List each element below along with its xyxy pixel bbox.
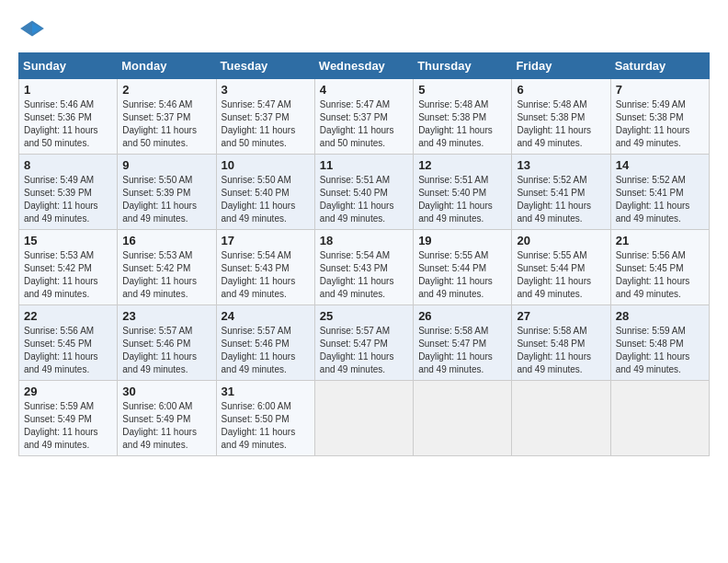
calendar-cell: 18 Sunrise: 5:54 AMSunset: 5:43 PMDaylig…: [314, 230, 413, 305]
calendar-cell: 27 Sunrise: 5:58 AMSunset: 5:48 PMDaylig…: [512, 305, 610, 381]
header-wednesday: Wednesday: [314, 53, 413, 79]
day-number: 14: [616, 158, 704, 172]
calendar-cell: 2 Sunrise: 5:46 AMSunset: 5:37 PMDayligh…: [118, 79, 216, 155]
day-info: Sunrise: 5:57 AMSunset: 5:46 PMDaylight:…: [222, 326, 296, 374]
day-number: 20: [517, 234, 605, 247]
day-number: 30: [122, 385, 210, 398]
day-number: 25: [320, 309, 408, 323]
calendar-cell: 20 Sunrise: 5:55 AMSunset: 5:44 PMDaylig…: [512, 230, 610, 305]
day-info: Sunrise: 5:46 AMSunset: 5:36 PMDaylight:…: [24, 99, 98, 148]
calendar-header-row: SundayMondayTuesdayWednesdayThursdayFrid…: [19, 53, 710, 79]
day-info: Sunrise: 5:57 AMSunset: 5:46 PMDaylight:…: [122, 326, 197, 374]
calendar-cell: 9 Sunrise: 5:50 AMSunset: 5:39 PMDayligh…: [118, 155, 216, 230]
day-info: Sunrise: 5:56 AMSunset: 5:45 PMDaylight:…: [24, 326, 98, 374]
calendar-cell: 14 Sunrise: 5:52 AMSunset: 5:41 PMDaylig…: [610, 155, 709, 230]
header-sunday: Sunday: [19, 53, 118, 79]
day-info: Sunrise: 5:53 AMSunset: 5:42 PMDaylight:…: [122, 250, 197, 299]
day-info: Sunrise: 5:49 AMSunset: 5:39 PMDaylight:…: [24, 175, 98, 224]
calendar-cell: [314, 381, 413, 456]
day-info: Sunrise: 5:51 AMSunset: 5:40 PMDaylight:…: [418, 175, 493, 224]
day-number: 21: [616, 234, 704, 247]
day-info: Sunrise: 6:00 AMSunset: 5:49 PMDaylight:…: [122, 401, 197, 450]
calendar-cell: 15 Sunrise: 5:53 AMSunset: 5:42 PMDaylig…: [19, 230, 118, 305]
day-number: 3: [222, 83, 310, 97]
day-number: 18: [320, 234, 408, 247]
day-number: 8: [24, 158, 112, 172]
calendar-cell: 16 Sunrise: 5:53 AMSunset: 5:42 PMDaylig…: [118, 230, 216, 305]
calendar-cell: 5 Sunrise: 5:48 AMSunset: 5:38 PMDayligh…: [414, 79, 512, 155]
calendar-week-1: 1 Sunrise: 5:46 AMSunset: 5:36 PMDayligh…: [19, 79, 710, 155]
day-info: Sunrise: 5:54 AMSunset: 5:43 PMDaylight:…: [222, 250, 296, 299]
calendar-cell: [512, 381, 610, 456]
day-info: Sunrise: 5:56 AMSunset: 5:45 PMDaylight:…: [616, 250, 690, 299]
day-info: Sunrise: 5:54 AMSunset: 5:43 PMDaylight:…: [320, 250, 394, 299]
day-number: 7: [616, 83, 704, 97]
calendar-week-4: 22 Sunrise: 5:56 AMSunset: 5:45 PMDaylig…: [19, 305, 710, 381]
day-number: 15: [24, 234, 112, 247]
day-number: 5: [418, 83, 506, 97]
calendar-cell: 4 Sunrise: 5:47 AMSunset: 5:37 PMDayligh…: [314, 79, 413, 155]
day-number: 1: [24, 83, 112, 97]
day-info: Sunrise: 5:55 AMSunset: 5:44 PMDaylight:…: [418, 250, 493, 299]
header-tuesday: Tuesday: [216, 53, 314, 79]
calendar-week-3: 15 Sunrise: 5:53 AMSunset: 5:42 PMDaylig…: [19, 230, 710, 305]
calendar-cell: 13 Sunrise: 5:52 AMSunset: 5:41 PMDaylig…: [512, 155, 610, 230]
calendar-cell: 19 Sunrise: 5:55 AMSunset: 5:44 PMDaylig…: [414, 230, 512, 305]
header-monday: Monday: [118, 53, 216, 79]
day-number: 6: [517, 83, 605, 97]
calendar-cell: [414, 381, 512, 456]
calendar-cell: 25 Sunrise: 5:57 AMSunset: 5:47 PMDaylig…: [314, 305, 413, 381]
calendar-cell: 30 Sunrise: 6:00 AMSunset: 5:49 PMDaylig…: [118, 381, 216, 456]
day-number: 17: [222, 234, 310, 247]
day-number: 31: [222, 385, 310, 398]
day-number: 26: [418, 309, 506, 323]
day-info: Sunrise: 5:58 AMSunset: 5:48 PMDaylight:…: [517, 326, 591, 374]
day-number: 22: [24, 309, 112, 323]
day-info: Sunrise: 5:48 AMSunset: 5:38 PMDaylight:…: [418, 99, 493, 148]
day-info: Sunrise: 5:47 AMSunset: 5:37 PMDaylight:…: [222, 99, 296, 148]
day-info: Sunrise: 5:59 AMSunset: 5:48 PMDaylight:…: [616, 326, 690, 374]
calendar-cell: 21 Sunrise: 5:56 AMSunset: 5:45 PMDaylig…: [610, 230, 709, 305]
day-info: Sunrise: 5:52 AMSunset: 5:41 PMDaylight:…: [517, 175, 591, 224]
day-info: Sunrise: 6:00 AMSunset: 5:50 PMDaylight:…: [222, 401, 296, 450]
calendar-cell: 12 Sunrise: 5:51 AMSunset: 5:40 PMDaylig…: [414, 155, 512, 230]
day-number: 10: [222, 158, 310, 172]
header-friday: Friday: [512, 53, 610, 79]
calendar-cell: 24 Sunrise: 5:57 AMSunset: 5:46 PMDaylig…: [216, 305, 314, 381]
day-info: Sunrise: 5:49 AMSunset: 5:38 PMDaylight:…: [616, 99, 690, 148]
calendar-cell: 1 Sunrise: 5:46 AMSunset: 5:36 PMDayligh…: [19, 79, 118, 155]
calendar-cell: 17 Sunrise: 5:54 AMSunset: 5:43 PMDaylig…: [216, 230, 314, 305]
day-info: Sunrise: 5:48 AMSunset: 5:38 PMDaylight:…: [517, 99, 591, 148]
calendar-week-5: 29 Sunrise: 5:59 AMSunset: 5:49 PMDaylig…: [19, 381, 710, 456]
day-info: Sunrise: 5:50 AMSunset: 5:40 PMDaylight:…: [222, 175, 296, 224]
logo-icon: [18, 19, 46, 38]
page-header: [18, 18, 710, 38]
day-number: 13: [517, 158, 605, 172]
day-info: Sunrise: 5:53 AMSunset: 5:42 PMDaylight:…: [24, 250, 98, 299]
day-number: 19: [418, 234, 506, 247]
calendar-cell: 29 Sunrise: 5:59 AMSunset: 5:49 PMDaylig…: [19, 381, 118, 456]
calendar-cell: 26 Sunrise: 5:58 AMSunset: 5:47 PMDaylig…: [414, 305, 512, 381]
day-number: 11: [320, 158, 408, 172]
day-info: Sunrise: 5:52 AMSunset: 5:41 PMDaylight:…: [616, 175, 690, 224]
day-info: Sunrise: 5:59 AMSunset: 5:49 PMDaylight:…: [24, 401, 98, 450]
day-number: 16: [122, 234, 210, 247]
day-number: 12: [418, 158, 506, 172]
day-info: Sunrise: 5:51 AMSunset: 5:40 PMDaylight:…: [320, 175, 394, 224]
day-info: Sunrise: 5:46 AMSunset: 5:37 PMDaylight:…: [122, 99, 197, 148]
calendar-cell: 7 Sunrise: 5:49 AMSunset: 5:38 PMDayligh…: [610, 79, 709, 155]
day-info: Sunrise: 5:47 AMSunset: 5:37 PMDaylight:…: [320, 99, 394, 148]
day-info: Sunrise: 5:58 AMSunset: 5:47 PMDaylight:…: [418, 326, 493, 374]
calendar-table: SundayMondayTuesdayWednesdayThursdayFrid…: [18, 52, 710, 456]
calendar-cell: 23 Sunrise: 5:57 AMSunset: 5:46 PMDaylig…: [118, 305, 216, 381]
calendar-cell: 11 Sunrise: 5:51 AMSunset: 5:40 PMDaylig…: [314, 155, 413, 230]
day-number: 2: [122, 83, 210, 97]
day-number: 24: [222, 309, 310, 323]
day-number: 28: [616, 309, 704, 323]
day-info: Sunrise: 5:57 AMSunset: 5:47 PMDaylight:…: [320, 326, 394, 374]
day-number: 9: [122, 158, 210, 172]
calendar-cell: [610, 381, 709, 456]
calendar-week-2: 8 Sunrise: 5:49 AMSunset: 5:39 PMDayligh…: [19, 155, 710, 230]
header-thursday: Thursday: [414, 53, 512, 79]
calendar-cell: 8 Sunrise: 5:49 AMSunset: 5:39 PMDayligh…: [19, 155, 118, 230]
